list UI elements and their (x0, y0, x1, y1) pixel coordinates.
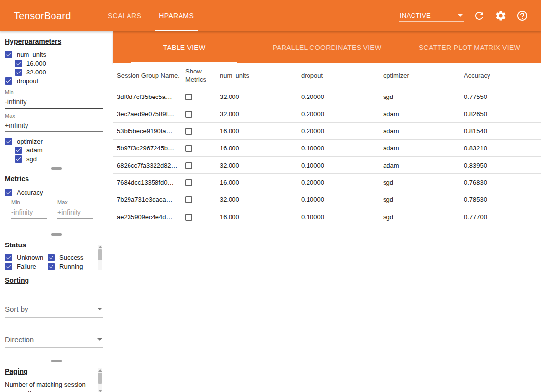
scrollbar-thumb[interactable] (98, 373, 102, 384)
table-row: 6826cc7fa3322d82… 32.000 0.10000 adam 0.… (113, 157, 541, 174)
checked-checkbox-icon[interactable] (15, 69, 22, 76)
checkbox-accuracy[interactable]: Accuracy (5, 188, 108, 196)
scroll-up-icon[interactable] (98, 246, 102, 248)
status-section: Status Unknown Success Failure Running (0, 237, 113, 270)
checkbox-num-units-16[interactable]: 16.000 (15, 59, 108, 68)
col-show-metrics: Show Metrics (181, 63, 216, 88)
session-group-name-cell: 7b29a731e3daca… (113, 191, 181, 208)
run-status-select[interactable]: INACTIVE (399, 10, 464, 22)
show-metrics-checkbox[interactable] (185, 196, 192, 203)
direction-select[interactable]: Direction (5, 332, 103, 348)
show-metrics-checkbox[interactable] (185, 179, 192, 186)
checked-checkbox-icon[interactable] (5, 77, 12, 85)
status-success-label: Success (59, 254, 83, 261)
sorting-section: Sorting Sort by Direction (0, 270, 113, 358)
num-units-cell: 16.000 (216, 208, 297, 225)
sort-by-select[interactable]: Sort by (5, 302, 103, 318)
tab-hparams[interactable]: HPARAMS (150, 0, 203, 31)
dropout-min-input[interactable]: -infinity (5, 97, 103, 109)
metrics-section: Metrics Accuracy Min -infinity Max +infi… (0, 171, 113, 231)
settings-gear-icon[interactable] (495, 10, 507, 22)
table-row: 3ec2aed9e07589f… 32.000 0.20000 adam 0.8… (113, 105, 541, 122)
accuracy-cell: 0.78530 (460, 191, 541, 208)
show-metrics-checkbox[interactable] (185, 128, 192, 135)
section-divider (0, 231, 113, 237)
checked-checkbox-icon[interactable] (48, 254, 55, 261)
run-status-value: INACTIVE (400, 12, 431, 19)
checkbox-dropout[interactable]: dropout (5, 76, 108, 85)
checked-checkbox-icon[interactable] (15, 155, 22, 163)
checked-checkbox-icon[interactable] (5, 138, 12, 145)
dropout-cell: 0.10000 (297, 208, 379, 225)
dropout-cell: 0.20000 (297, 122, 379, 140)
optimizer-cell: sgd (379, 208, 460, 225)
accuracy-cell: 0.83210 (460, 140, 541, 157)
tab-parallel-coordinates-view[interactable]: PARALLEL COORDINATES VIEW (256, 31, 398, 63)
num-units-cell: 16.000 (216, 140, 297, 157)
show-metrics-checkbox[interactable] (185, 111, 192, 118)
checkbox-num-units-32[interactable]: 32.000 (15, 68, 108, 76)
show-metrics-checkbox[interactable] (185, 145, 192, 152)
resize-handle[interactable] (51, 167, 62, 170)
num-units-16-label: 16.000 (26, 60, 46, 67)
table-body: 3df0d7cf35bec5a… 32.000 0.20000 sgd 0.77… (113, 88, 541, 225)
session-group-name-cell: 6826cc7fa3322d82… (113, 157, 181, 174)
session-group-name-cell: ae235909ec4e4d… (113, 208, 181, 225)
optimizer-label: optimizer (17, 138, 43, 145)
checkbox-status-unknown[interactable]: Unknown (5, 253, 48, 262)
checked-checkbox-icon[interactable] (15, 147, 22, 154)
checkbox-num-units[interactable]: num_units (5, 50, 108, 59)
col-session-group-name: Session Group Name. (113, 63, 181, 88)
dropout-max-field: Max +infinity (5, 113, 108, 132)
tab-scatter-plot-matrix-view[interactable]: SCATTER PLOT MATRIX VIEW (398, 31, 541, 63)
scroll-up-icon[interactable] (98, 369, 102, 372)
status-scrollbar[interactable] (98, 245, 102, 270)
paging-heading: Paging (5, 368, 108, 375)
resize-handle[interactable] (51, 360, 62, 362)
checked-checkbox-icon[interactable] (5, 254, 12, 261)
dropout-max-input[interactable]: +infinity (5, 121, 103, 132)
refresh-icon[interactable] (473, 10, 485, 22)
status-options: Unknown Success Failure Running (5, 253, 98, 270)
checkbox-optimizer-adam[interactable]: adam (15, 146, 108, 154)
paging-scrollbar[interactable] (98, 368, 102, 392)
tab-table-view[interactable]: TABLE VIEW (113, 31, 256, 63)
checkbox-optimizer[interactable]: optimizer (5, 137, 108, 146)
optimizer-cell: sgd (379, 174, 460, 191)
show-metrics-checkbox[interactable] (185, 94, 192, 100)
show-metrics-checkbox[interactable] (185, 162, 192, 169)
table-row: ae235909ec4e4d… 16.000 0.10000 sgd 0.777… (113, 208, 541, 225)
checked-checkbox-icon[interactable] (5, 263, 12, 270)
checked-checkbox-icon[interactable] (15, 60, 22, 67)
checked-checkbox-icon[interactable] (48, 263, 55, 270)
checkbox-optimizer-sgd[interactable]: sgd (15, 154, 108, 163)
hyperparameters-section: Hyperparameters num_units 16.000 32.000 … (0, 33, 113, 165)
show-metrics-cell (181, 105, 216, 122)
checked-checkbox-icon[interactable] (5, 51, 12, 58)
optimizer-cell: adam (379, 122, 460, 140)
accuracy-label: Accuracy (17, 189, 43, 196)
metric-min-input[interactable]: -infinity (11, 207, 47, 219)
optimizer-adam-label: adam (26, 147, 43, 154)
dropout-cell: 0.10000 (297, 157, 379, 174)
checkbox-status-success[interactable]: Success (48, 253, 98, 262)
view-tabs: TABLE VIEW PARALLEL COORDINATES VIEW SCA… (113, 31, 541, 63)
help-icon[interactable] (516, 10, 528, 22)
dropout-cell: 0.10000 (297, 140, 379, 157)
dropout-cell: 0.10000 (297, 191, 379, 208)
optimizer-sgd-label: sgd (26, 155, 37, 163)
status-unknown-label: Unknown (17, 254, 43, 261)
tab-scalars[interactable]: SCALARS (99, 0, 150, 31)
checked-checkbox-icon[interactable] (5, 189, 12, 196)
checkbox-status-failure[interactable]: Failure (5, 262, 48, 270)
col-optimizer: optimizer (379, 63, 460, 88)
scrollbar-thumb[interactable] (98, 249, 102, 260)
scroll-down-icon[interactable] (98, 390, 102, 392)
optimizer-cell: adam (379, 140, 460, 157)
show-metrics-checkbox[interactable] (185, 214, 192, 220)
metric-max-input[interactable]: +infinity (57, 207, 93, 219)
optimizer-cell: sgd (379, 88, 460, 105)
checkbox-status-running[interactable]: Running (48, 262, 98, 270)
session-group-name-cell: 5b97f3c2967245b… (113, 140, 181, 157)
resize-handle[interactable] (51, 233, 62, 236)
